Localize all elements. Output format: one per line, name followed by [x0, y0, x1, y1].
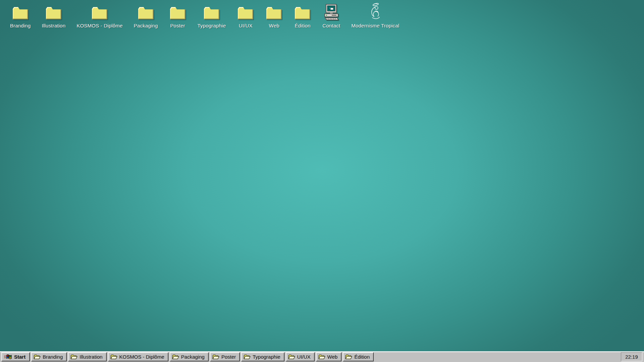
sketch-figure-icon — [367, 2, 383, 21]
taskbar-button-illustration[interactable]: Illustration — [68, 352, 106, 361]
desktop-icon-typographie[interactable]: Typographie — [198, 3, 226, 28]
taskbar-button-kosmos-diplome[interactable]: KOSMOS - Diplôme — [108, 352, 168, 361]
taskbar-clock[interactable]: 22:19 — [621, 352, 642, 361]
open-folder-icon — [288, 354, 295, 360]
desktop-icon-label: UI/UX — [239, 23, 253, 28]
folder-icon — [45, 5, 62, 21]
desktop-icon-label: Édition — [295, 23, 311, 28]
desktop-icon-poster[interactable]: Poster — [169, 3, 186, 28]
desktop-icon-label: Typographie — [198, 23, 226, 28]
desktop-icon-label: Modernisme Tropical — [352, 23, 399, 28]
desktop-icon-web[interactable]: Web — [265, 3, 283, 28]
desktop-icon-ui-ux[interactable]: UI/UX — [237, 3, 254, 28]
desktop-icon-contact[interactable]: Contact — [322, 3, 340, 28]
open-folder-icon — [244, 354, 251, 360]
desktop-icon-label: Packaging — [134, 23, 158, 28]
taskbar-button-packaging[interactable]: Packaging — [170, 352, 209, 361]
start-button-label: Start — [14, 354, 25, 360]
desktop-icon-packaging[interactable]: Packaging — [134, 3, 158, 28]
folder-icon — [12, 5, 29, 21]
folder-icon — [265, 5, 283, 21]
folder-icon — [294, 5, 311, 21]
taskbar-button-label: KOSMOS - Diplôme — [119, 354, 164, 360]
folder-icon — [91, 5, 108, 21]
desktop-icon-modernisme-tropical[interactable]: Modernisme Tropical — [352, 3, 399, 28]
desktop-icon-branding[interactable]: Branding — [10, 3, 31, 28]
taskbar-button-label: Illustration — [79, 354, 102, 360]
open-folder-icon — [212, 354, 219, 360]
folder-icon — [169, 5, 186, 21]
open-folder-icon — [34, 354, 41, 360]
taskbar-button-poster[interactable]: Poster — [210, 352, 240, 361]
desktop-icon-label: Poster — [170, 23, 185, 28]
task-button-group: Branding Illustration KOSMOS - Diplôme P… — [31, 352, 374, 361]
desktop: Branding Illustration KOSMOS - — [0, 0, 644, 351]
taskbar-button-web[interactable]: Web — [316, 352, 342, 361]
my-computer-icon — [324, 4, 339, 21]
taskbar-button-label: Web — [327, 354, 338, 360]
taskbar-button-label: Édition — [354, 354, 370, 360]
open-folder-icon — [172, 354, 179, 360]
folder-icon — [237, 5, 254, 21]
taskbar-button-label: Branding — [43, 354, 63, 360]
desktop-icon-label: Web — [269, 23, 279, 28]
open-folder-icon — [70, 354, 77, 360]
taskbar-button-label: Packaging — [181, 354, 205, 360]
folder-icon — [137, 5, 155, 21]
start-button[interactable]: Start — [1, 352, 30, 361]
taskbar-button-label: Typographie — [253, 354, 280, 360]
desktop-icon-label: Contact — [322, 23, 340, 28]
desktop-icon-illustration[interactable]: Illustration — [42, 3, 66, 28]
taskbar-button-edition[interactable]: Édition — [343, 352, 374, 361]
taskbar-button-label: Poster — [221, 354, 236, 360]
open-folder-icon — [318, 354, 325, 360]
desktop-icon-row: Branding Illustration KOSMOS - — [10, 3, 399, 28]
desktop-icon-label: Branding — [10, 23, 31, 28]
open-folder-icon — [110, 354, 117, 360]
desktop-icon-label: Illustration — [42, 23, 66, 28]
taskbar-button-typographie[interactable]: Typographie — [241, 352, 284, 361]
desktop-icon-edition[interactable]: Édition — [294, 3, 311, 28]
taskbar-button-branding[interactable]: Branding — [31, 352, 67, 361]
desktop-icon-kosmos-diplome[interactable]: KOSMOS - Diplôme — [76, 3, 122, 28]
taskbar-button-ui-ux[interactable]: UI/UX — [286, 352, 315, 361]
folder-icon — [203, 5, 220, 21]
windows-flag-icon — [4, 354, 12, 360]
taskbar: Start Branding Illustration KOSMOS - Dip… — [0, 351, 644, 362]
taskbar-button-label: UI/UX — [297, 354, 311, 360]
desktop-icon-label: KOSMOS - Diplôme — [76, 23, 122, 28]
open-folder-icon — [345, 354, 352, 360]
